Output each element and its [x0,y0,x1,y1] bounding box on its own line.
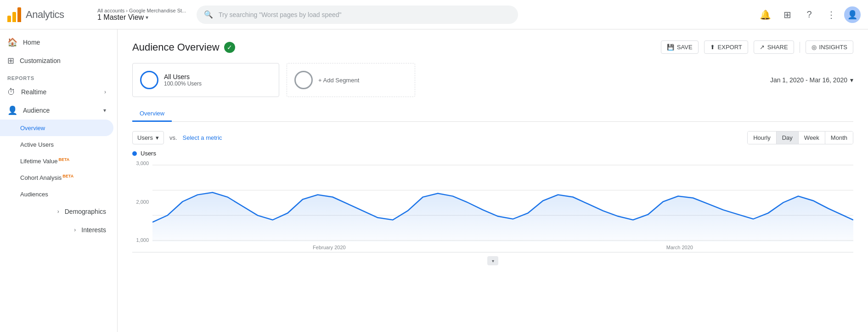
sidebar-sub-label-overview: Overview [20,125,45,132]
help-button[interactable]: ? [800,6,818,24]
legend-dot [132,151,137,156]
sidebar-label-home: Home [23,39,40,46]
vs-label: vs. [169,134,177,141]
y-label-2000: 2,000 [132,199,149,205]
home-icon: 🏠 [7,37,17,47]
scroll-indicator: ▾ [132,256,853,265]
month-button[interactable]: Month [825,132,853,144]
x-label-march: March 2020 [666,245,693,250]
realtime-icon: ⏱ [7,87,16,97]
chart-x-labels: February 2020 March 2020 [152,243,853,252]
scroll-button[interactable]: ▾ [487,256,498,265]
date-range-selector[interactable]: Jan 1, 2020 - Mar 16, 2020 ▾ [770,63,853,97]
share-button[interactable]: ↗ SHARE [754,40,794,54]
sidebar-sub-item-active-users[interactable]: Active Users [0,136,113,153]
all-users-percent: 100.00% Users [164,80,202,87]
logo-title: Analytics [26,9,64,21]
avatar[interactable]: 👤 [844,6,861,23]
search-placeholder: Try searching "Worst pages by load speed… [219,11,342,18]
beta-badge-cohort: BETA [62,174,73,178]
notifications-button[interactable]: 🔔 [756,6,774,24]
more-options-button[interactable]: ⋮ [822,6,840,24]
audience-chevron: ▾ [103,107,106,114]
view-selector[interactable]: 1 Master View ▾ [97,13,189,22]
action-divider [800,42,800,53]
page-actions: 💾 SAVE ⬆ EXPORT ↗ SHARE ◎ INSIGHTS [661,40,853,54]
sidebar-sub-item-lifetime-value[interactable]: Lifetime ValueBETA [0,153,113,169]
export-icon: ⬆ [710,44,715,51]
chart-svg [152,160,853,243]
logo-area: Analytics [7,7,90,22]
sidebar-item-home[interactable]: 🏠 Home [0,33,113,52]
breadcrumb: All accounts › Google Merchandise St... [97,8,189,13]
interests-chevron: › [74,227,76,233]
add-segment-circle [294,71,313,89]
sidebar-item-realtime[interactable]: ⏱ Realtime › [0,83,113,101]
account-area: All accounts › Google Merchandise St... … [97,8,189,22]
save-label: SAVE [677,44,693,51]
sidebar-item-customization[interactable]: ⊞ Customization [0,52,113,70]
top-header: Analytics All accounts › Google Merchand… [0,0,868,29]
add-segment-card[interactable]: + Add Segment [287,63,415,97]
page-title: Audience Overview [132,41,220,53]
chart-container: 3,000 2,000 1,000 [132,160,853,252]
insights-label: INSIGHTS [819,44,847,51]
apps-grid-button[interactable]: ⊞ [778,6,796,24]
realtime-chevron: › [104,89,106,95]
verified-icon: ✓ [224,42,235,53]
time-buttons: Hourly Day Week Month [747,131,853,144]
metric-label: Users [137,134,153,141]
demographics-chevron: › [57,208,59,215]
x-label-february: February 2020 [313,245,346,250]
chart-controls: Users ▾ vs. Select a metric Hourly Day W… [132,131,853,144]
sidebar-sub-item-overview[interactable]: Overview [0,120,113,136]
tab-overview[interactable]: Overview [132,106,172,122]
chart-legend: Users [132,150,853,157]
week-button[interactable]: Week [799,132,825,144]
day-button[interactable]: Day [777,132,799,144]
share-icon: ↗ [760,44,765,51]
view-name: 1 Master View [97,13,144,22]
tab-overview-label: Overview [140,110,164,117]
header-actions: 🔔 ⊞ ? ⋮ 👤 [756,6,861,24]
all-users-circle [140,71,158,89]
save-button[interactable]: 💾 SAVE [661,40,699,54]
date-range-chevron: ▾ [850,76,853,84]
save-icon: 💾 [667,44,674,51]
metric-selector[interactable]: Users ▾ [132,131,164,144]
date-range-text: Jan 1, 2020 - Mar 16, 2020 [770,76,847,84]
sidebar-item-audience[interactable]: 👤 Audience ▾ [0,101,113,120]
sidebar-item-interests[interactable]: › Interests [0,221,113,239]
legend-label: Users [141,150,156,157]
select-metric-link[interactable]: Select a metric [183,134,222,141]
hourly-button[interactable]: Hourly [748,132,777,144]
sidebar-label-demographics: Demographics [65,208,106,215]
all-users-name: All Users [164,73,202,80]
export-button[interactable]: ⬆ EXPORT [704,40,748,54]
sidebar-label-realtime: Realtime [21,88,46,96]
sidebar-sub-label-cohort: Cohort AnalysisBETA [20,174,73,181]
chart-y-labels: 3,000 2,000 1,000 [132,160,151,243]
sidebar-label-audience: Audience [23,107,50,114]
y-label-1000: 1,000 [132,237,149,243]
page-header: Audience Overview ✓ 💾 SAVE ⬆ EXPORT ↗ SH… [132,40,853,54]
export-label: EXPORT [718,44,742,51]
sidebar-item-demographics[interactable]: › Demographics [0,202,113,221]
all-users-segment[interactable]: All Users 100.00% Users [132,63,279,97]
main-layout: 🏠 Home ⊞ Customization REPORTS ⏱ Realtim… [0,29,868,332]
sidebar-sub-item-cohort[interactable]: Cohort AnalysisBETA [0,169,113,186]
search-bar[interactable]: 🔍 Try searching "Worst pages by load spe… [197,6,518,24]
reports-section-label: REPORTS [0,70,117,83]
y-label-3000: 3,000 [132,160,149,166]
sidebar-sub-label-lifetime-value: Lifetime ValueBETA [20,157,69,165]
main-content: Audience Overview ✓ 💾 SAVE ⬆ EXPORT ↗ SH… [118,29,868,332]
sidebar-sub-label-active-users: Active Users [20,141,54,148]
insights-button[interactable]: ◎ INSIGHTS [806,40,853,54]
audience-icon: 👤 [7,105,17,115]
sidebar-sub-item-audiences[interactable]: Audiences [0,186,113,202]
share-label: SHARE [767,44,788,51]
tabs-row: Overview [132,106,853,122]
search-icon: 🔍 [204,10,213,19]
add-segment-label: + Add Segment [318,77,359,84]
sidebar-sub-label-audiences: Audiences [20,191,48,198]
